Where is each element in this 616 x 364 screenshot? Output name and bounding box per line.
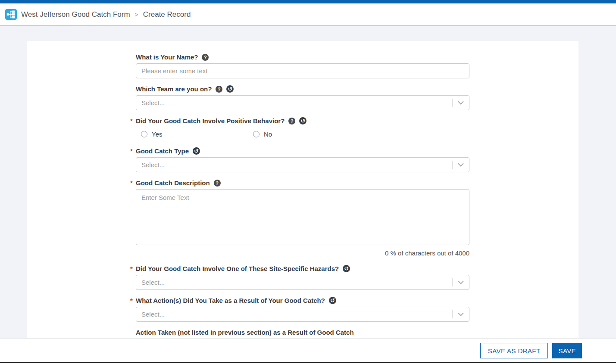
field-good-catch-description: * Good Catch Description ? 0 % of charac… <box>136 179 469 257</box>
radio-circle-icon[interactable] <box>141 131 147 137</box>
required-marker: * <box>130 147 133 155</box>
name-input[interactable] <box>136 63 469 78</box>
form-app-logo-icon <box>5 9 17 20</box>
field-good-catch-type: * Good Catch Type ↺ Select... <box>136 147 469 172</box>
field-which-team: Which Team are you on? ? ↺ Select... <box>136 85 469 110</box>
top-accent-bar <box>0 0 616 3</box>
field-actions-taken: * What Action(s) Did You Take as a Resul… <box>136 297 469 322</box>
page-background: What is Your Name? ? Which Team are you … <box>0 27 616 364</box>
field-label: What is Your Name? <box>136 53 198 61</box>
field-label: Good Catch Type <box>136 147 189 155</box>
hazards-select[interactable]: Select... <box>136 275 469 290</box>
select-divider <box>452 99 453 107</box>
positive-behavior-radio-group: Yes No <box>141 131 469 138</box>
actions-select[interactable]: Select... <box>136 307 469 322</box>
refresh-icon[interactable]: ↺ <box>193 147 200 155</box>
radio-label: Yes <box>152 131 162 138</box>
good-catch-type-select[interactable]: Select... <box>136 157 469 172</box>
field-label: Good Catch Description <box>136 179 210 187</box>
field-label: Which Team are you on? <box>136 85 212 93</box>
help-icon[interactable]: ? <box>288 118 295 124</box>
chevron-down-icon[interactable] <box>458 280 464 284</box>
save-as-draft-button[interactable]: SAVE AS DRAFT <box>480 343 548 358</box>
required-marker: * <box>130 117 133 124</box>
breadcrumb-separator-icon: > <box>135 11 138 18</box>
help-icon[interactable]: ? <box>216 86 222 93</box>
chevron-down-icon[interactable] <box>458 101 464 105</box>
field-label: Action Taken (not listed in previous sec… <box>136 329 354 336</box>
header: West Jefferson Good Catch Form > Create … <box>0 3 616 26</box>
select-divider <box>452 278 453 286</box>
help-icon[interactable]: ? <box>214 180 221 187</box>
footer-action-bar: SAVE AS DRAFT SAVE <box>0 339 616 364</box>
required-marker: * <box>130 179 133 187</box>
field-label: Did Your Good Catch Involve Positive Beh… <box>136 117 285 124</box>
chevron-down-icon[interactable] <box>458 312 464 316</box>
required-marker: * <box>130 297 133 304</box>
select-placeholder: Select... <box>141 161 165 168</box>
refresh-icon[interactable]: ↺ <box>329 297 336 304</box>
chevron-down-icon[interactable] <box>458 163 464 167</box>
refresh-icon[interactable]: ↺ <box>299 117 306 124</box>
breadcrumb-app-title[interactable]: West Jefferson Good Catch Form <box>21 10 130 19</box>
help-icon[interactable]: ? <box>202 54 209 61</box>
required-marker: * <box>130 265 133 272</box>
select-divider <box>452 161 453 169</box>
field-positive-behavior: * Did Your Good Catch Involve Positive B… <box>136 117 469 138</box>
select-placeholder: Select... <box>141 311 165 318</box>
refresh-icon[interactable]: ↺ <box>226 85 234 93</box>
team-select[interactable]: Select... <box>136 95 469 110</box>
radio-circle-icon[interactable] <box>253 131 260 137</box>
field-label: What Action(s) Did You Take as a Result … <box>136 297 325 304</box>
select-placeholder: Select... <box>141 279 165 286</box>
select-divider <box>452 310 453 318</box>
select-placeholder: Select... <box>141 99 165 106</box>
window-bottom-edge <box>0 362 616 363</box>
create-record-form: What is Your Name? ? Which Team are you … <box>136 41 469 354</box>
radio-option-no[interactable]: No <box>253 131 365 138</box>
character-counter: 0 % of characters out of 4000 <box>136 249 469 257</box>
form-card: What is Your Name? ? Which Team are you … <box>27 41 578 364</box>
field-label: Did Your Good Catch Involve One of These… <box>136 265 339 272</box>
save-button[interactable]: SAVE <box>552 343 582 358</box>
breadcrumb-page-title: Create Record <box>143 10 191 19</box>
field-what-is-your-name: What is Your Name? ? <box>136 53 469 78</box>
radio-label: No <box>264 131 272 138</box>
description-textarea[interactable] <box>136 189 469 245</box>
field-site-specific-hazards: * Did Your Good Catch Involve One of The… <box>136 265 469 290</box>
refresh-icon[interactable]: ↺ <box>343 265 350 272</box>
radio-option-yes[interactable]: Yes <box>141 131 253 138</box>
